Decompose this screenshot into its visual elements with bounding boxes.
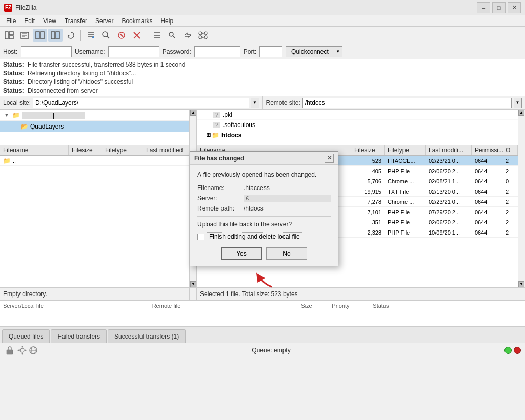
local-status-pane: Empty directory. [0,288,190,300]
dialog-no-button[interactable]: No [266,247,307,260]
window-controls: – □ ✕ [477,2,521,13]
local-col-filetype[interactable]: Filetype [102,145,143,155]
svg-point-38 [22,353,23,354]
svg-rect-7 [36,32,39,39]
menu-edit[interactable]: Edit [20,16,39,26]
remote-col-perms[interactable]: Permissi... [472,145,502,155]
app-icon: FZ [4,4,12,12]
menu-transfer[interactable]: Transfer [60,16,91,26]
remote-path-input[interactable] [302,98,512,108]
indicator-red [514,347,521,354]
queue-status: Queue: empty [252,347,290,354]
svg-rect-10 [56,32,59,39]
menu-file[interactable]: File [2,16,20,26]
svg-point-28 [204,32,207,35]
maximize-button[interactable]: □ [492,2,506,13]
remote-col-owner[interactable]: O [502,145,518,155]
local-tree-root[interactable]: ▼ 📁 | [0,110,189,121]
remote-scrollbar[interactable]: ▲ ▼ [518,110,525,287]
dialog-server-value: € [244,195,331,202]
toolbar-network-config[interactable] [196,29,210,42]
dialog-remotepath-value: /htdocs [244,205,331,212]
svg-rect-35 [7,350,13,354]
quickconnect-dropdown[interactable]: ▼ [334,46,342,57]
tab-queued[interactable]: Queued files [2,329,50,343]
dialog-intro-text: A file previously opened has been change… [197,171,331,178]
dialog-filename-field: Filename: .htaccess [197,184,331,192]
transfer-col-status: Status [373,303,522,309]
toolbar-cancel[interactable] [130,29,144,42]
local-col-filename[interactable]: Filename [0,145,69,155]
quickconnect-button[interactable]: Quickconnect [286,46,334,57]
local-col-filesize[interactable]: Filesize [69,145,102,155]
dialog-remotepath-label: Remote path: [197,205,244,212]
dialog-body: A file previously opened has been change… [190,165,338,266]
tree-expand-icon: ▼ [4,112,12,118]
dialog-title: File has changed [194,155,244,162]
lock-icon [4,346,15,355]
app-status-bar: Queue: empty [0,343,525,357]
toolbar-transfer-settings[interactable] [150,29,164,42]
status-area: Status: File transfer successful, transf… [0,59,525,96]
dialog-buttons: Yes No [197,247,331,260]
remote-col-modified[interactable]: Last modifi... [426,145,472,155]
menu-server[interactable]: Server [91,16,117,26]
dialog-checkbox-row: Finish editing and delete local file [197,232,331,241]
local-col-modified[interactable]: Last modified [143,145,189,155]
toolbar-toggle-remote-tree[interactable] [48,29,63,42]
toolbar-sync-browsing[interactable] [180,29,195,42]
remote-col-filesize[interactable]: Filesize [351,145,385,155]
indicator-green-1 [504,347,512,354]
finish-editing-label[interactable]: Finish editing and delete local file [207,232,302,241]
svg-point-30 [204,36,207,39]
remote-path-dropdown[interactable]: ▼ [514,98,522,108]
status-icons [4,346,38,355]
svg-point-25 [169,32,173,36]
remote-tree-pki[interactable]: ? .pki [197,110,518,120]
dialog-yes-button[interactable]: Yes [221,247,262,260]
local-tree-quadlayers[interactable]: 📂 QuadLayers [0,121,189,132]
tab-failed[interactable]: Failed transfers [51,329,107,343]
local-path-dropdown[interactable]: ▼ [251,98,259,108]
toolbar-disconnect[interactable] [114,29,129,42]
dialog-close-button[interactable]: ✕ [325,154,334,163]
close-button[interactable]: ✕ [508,2,521,13]
toolbar-search[interactable] [165,29,179,42]
svg-point-29 [199,36,202,39]
port-input[interactable] [259,46,282,57]
remote-status-text: Selected 1 file. Total size: 523 bytes [200,290,298,298]
toolbar-toggle-message-log[interactable] [17,29,32,42]
svg-line-19 [120,34,123,37]
toolbar-process-queue[interactable] [84,29,98,42]
tab-successful[interactable]: Successful transfers (1) [108,329,186,343]
remote-path-panel: Remote site: ▼ [263,96,526,109]
menu-help[interactable]: Help [156,16,177,26]
remote-tree-softaculous[interactable]: ? .softaculous [197,120,518,130]
remote-site-label: Remote site: [266,99,300,107]
menu-view[interactable]: View [39,16,60,26]
username-input[interactable] [108,46,159,57]
toolbar-open-site-manager[interactable] [2,29,16,42]
toolbar-find-files[interactable] [99,29,113,42]
transfer-col-size: Size [301,303,332,309]
finish-editing-checkbox[interactable] [197,234,204,240]
settings-icon[interactable] [17,346,27,355]
remote-tree-htdocs[interactable]: ⊞ 📁 htdocs [197,130,518,140]
path-row: Local site: ▼ Remote site: ▼ [0,96,525,110]
local-file-row-parent[interactable]: 📁 .. [0,156,189,166]
toolbar-refresh[interactable] [64,29,78,42]
svg-point-40 [25,349,27,351]
host-input[interactable] [21,46,72,57]
minimize-button[interactable]: – [477,2,490,13]
menu-bookmarks[interactable]: Bookmarks [117,16,156,26]
transfer-col-headers: Server/Local file Remote file Size Prior… [0,301,525,311]
svg-point-36 [20,348,24,352]
svg-point-27 [199,32,202,35]
password-input[interactable] [194,46,240,57]
remote-col-filetype[interactable]: Filetype [385,145,426,155]
local-panel: ▼ 📁 | 📂 QuadLayers Filename Filesize Fil… [0,110,190,287]
toolbar-toggle-local-tree[interactable] [33,29,47,42]
indicator-lights [504,347,521,354]
svg-rect-2 [9,36,13,39]
local-path-input[interactable] [33,98,249,108]
